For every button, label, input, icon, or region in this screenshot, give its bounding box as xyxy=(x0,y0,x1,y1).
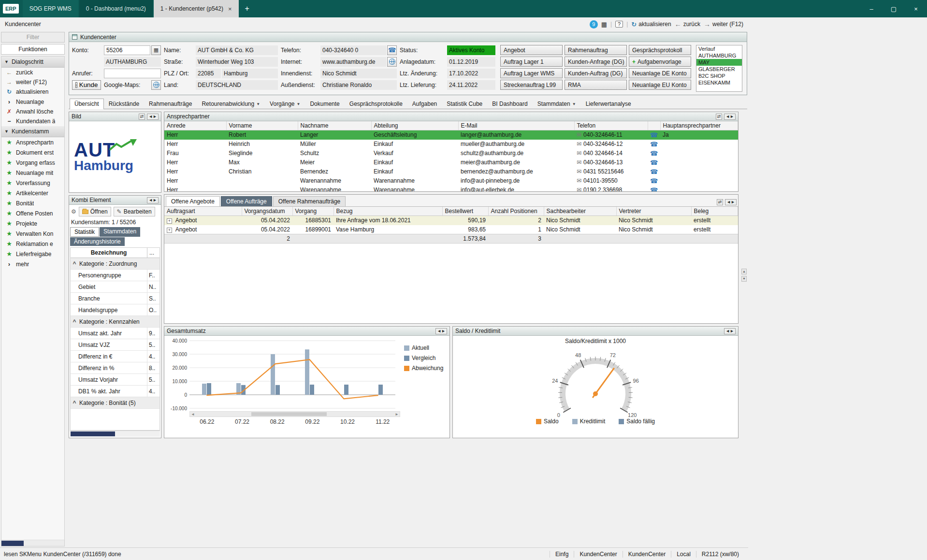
splitter-icon[interactable]: ◄► xyxy=(725,199,737,205)
column-header[interactable]: Bestellwert xyxy=(442,207,488,216)
action-button[interactable]: + Aufgabenvorlage xyxy=(629,57,691,67)
verlauf-item[interactable]: EISENKAMM xyxy=(696,79,742,86)
name-field[interactable]: AUT GmbH & Co. KG xyxy=(196,45,278,55)
action-button[interactable]: Neuanlage DE Konto xyxy=(629,68,691,78)
action-button[interactable]: RMA xyxy=(565,80,627,90)
action-button[interactable]: Neuanlage EU Konto xyxy=(629,80,691,90)
contact-row[interactable]: Herr Christian Bernendez Einkauf bernend… xyxy=(164,167,738,176)
kombi-hscrollbar[interactable] xyxy=(70,431,160,437)
phone-dial-button[interactable]: ☎ xyxy=(387,45,397,55)
kunde-button[interactable]: i Kunde xyxy=(72,80,101,90)
window-tab[interactable]: 0 - Dashboard (menu2) xyxy=(79,0,153,17)
phone-icon[interactable]: ☎ xyxy=(650,159,658,166)
sidebar-item[interactable]: ★ Ansprechpartn xyxy=(1,137,64,147)
scrollbar-track[interactable] xyxy=(196,412,394,416)
action-button[interactable]: Kunden-Auftrag (DG) xyxy=(565,68,627,78)
sidebar-item[interactable]: ✗ Anwahl lösche xyxy=(1,107,64,116)
main-tab[interactable]: Dokumente xyxy=(305,99,344,109)
column-header[interactable]: Sachbearbeiter xyxy=(544,207,616,216)
sidebar-tab-funktionen[interactable]: Funktionen xyxy=(1,44,65,55)
maximize-button[interactable]: ▢ xyxy=(883,0,905,17)
main-tab[interactable]: Stammdaten ▼ xyxy=(533,99,581,109)
offer-row[interactable]: Angebot 05.04.2022 16899001 Vase Hamburg… xyxy=(164,225,738,234)
collapse-icon[interactable]: ^ xyxy=(71,400,78,406)
sidebar-item[interactable]: ★ Neuanlage mit xyxy=(1,168,64,178)
verlauf-item[interactable]: MAY xyxy=(696,59,742,66)
new-window-icon[interactable]: ▦ xyxy=(601,21,607,28)
plz-field[interactable]: 22085 xyxy=(196,69,221,78)
expand-icon[interactable] xyxy=(167,218,172,224)
kombi-tab[interactable]: Änderungshistorie xyxy=(70,237,125,246)
scroll-down-icon[interactable]: ▼ xyxy=(741,276,747,282)
scroll-up-icon[interactable]: ▲ xyxy=(741,269,747,274)
offene-tab[interactable]: Offene Rahmenaufträge xyxy=(273,196,346,206)
kombi-row[interactable]: Handelsgruppe O.. xyxy=(71,304,159,316)
expand-icon[interactable] xyxy=(167,228,172,233)
detach-icon[interactable]: ⇄ xyxy=(139,114,145,120)
main-tab[interactable]: Rahmenaufträge xyxy=(144,99,197,109)
table-lookup-icon[interactable]: ▦ xyxy=(151,45,161,55)
sidebar-item[interactable]: › mehr xyxy=(1,259,64,269)
collapse-icon[interactable]: ^ xyxy=(71,318,78,325)
phone-icon[interactable]: ☎ xyxy=(650,131,658,139)
phone-icon[interactable]: ☎ xyxy=(650,168,658,175)
column-header[interactable]: Nachname xyxy=(298,121,371,130)
column-header[interactable]: Bezeichnung xyxy=(71,248,147,258)
splitter-icon[interactable]: ◄► xyxy=(435,328,447,334)
detach-icon[interactable]: ⇄ xyxy=(717,199,724,205)
new-tab-button[interactable]: + xyxy=(239,0,256,17)
kombi-row[interactable]: Umsatz akt. Jahr 9.. xyxy=(71,328,159,339)
sidebar-item[interactable]: ↻ aktualisieren xyxy=(1,87,64,97)
kombi-tab[interactable]: Stammdaten xyxy=(100,227,140,237)
contact-row[interactable]: Herr Max Meier Einkauf meier@authamburg.… xyxy=(164,158,738,167)
kombi-row[interactable]: ^ Kategorie : Zuordnung xyxy=(71,258,159,270)
kombi-row[interactable]: Differenz in % 8.. xyxy=(71,362,159,374)
column-header[interactable]: Hauptansprechpartner xyxy=(660,121,738,130)
sidebar-item[interactable]: ★ Offene Posten xyxy=(1,208,64,218)
offene-tab[interactable]: Offene Angebote xyxy=(166,196,220,206)
action-button[interactable]: Auftrag Lager 1 xyxy=(500,57,563,67)
kombi-tab[interactable]: Statistik xyxy=(70,227,99,237)
action-button[interactable]: Angebot xyxy=(500,45,563,55)
telefon-field[interactable]: 040-324640 0 xyxy=(320,45,386,55)
column-header[interactable]: Bezug xyxy=(333,207,442,216)
column-header[interactable]: Abteilung xyxy=(371,121,458,130)
column-header[interactable]: Telefon xyxy=(574,121,648,130)
close-window-button[interactable]: × xyxy=(905,0,927,17)
kombi-row[interactable]: Umsatz Vorjahr 5.. xyxy=(71,374,159,386)
sidebar-item[interactable]: ★ Vorgang erfass xyxy=(1,158,64,168)
notification-badge[interactable]: 9 xyxy=(590,20,598,29)
window-tab[interactable]: 1 - Kundencenter (p542) × xyxy=(154,0,239,17)
sidebar-item[interactable]: ★ Dokument erst xyxy=(1,147,64,158)
contact-row[interactable]: Frau Sieglinde Schultz Verkauf schultz@a… xyxy=(164,149,738,158)
strasse-field[interactable]: Winterhuder Weg 103 xyxy=(196,57,278,67)
kombi-row[interactable]: DB1 % akt. Jahr 4.. xyxy=(71,386,159,397)
splitter-icon[interactable]: ◄► xyxy=(724,114,736,120)
sidebar-section-dialogschritt[interactable]: ▼ Dialogschritt xyxy=(1,57,64,68)
refresh-button[interactable]: ↻ aktualisieren xyxy=(631,21,671,28)
scrollbar-thumb[interactable] xyxy=(71,431,115,436)
column-header[interactable]: Beleg xyxy=(691,207,738,216)
kombi-row[interactable]: Gebiet N.. xyxy=(71,281,159,293)
tool-icon[interactable]: ⚙ xyxy=(71,208,76,215)
main-tab[interactable]: BI Dashboard xyxy=(487,99,532,109)
column-header-more[interactable]: ... xyxy=(147,248,159,258)
sidebar-item[interactable]: ★ Bonität xyxy=(1,198,64,208)
offer-row[interactable]: Angebot 05.04.2022 16885301 Ihre Anfrage… xyxy=(164,216,738,225)
kombi-row[interactable]: Branche S.. xyxy=(71,293,159,304)
column-header[interactable]: Anrede xyxy=(164,121,226,130)
kombi-row[interactable]: Personengruppe F.. xyxy=(71,270,159,281)
sidebar-item[interactable]: ★ Reklamation e xyxy=(1,239,64,249)
main-tab[interactable]: Rückstände xyxy=(104,99,144,109)
sidebar-item[interactable]: ★ Verwalten Kon xyxy=(1,229,64,239)
edit-button[interactable]: ✎ Bearbeiten xyxy=(114,207,155,216)
forward-button[interactable]: → weiter (F12) xyxy=(704,20,743,28)
envelope-icon[interactable]: ✉ xyxy=(577,168,581,175)
verlauf-item[interactable]: B2C SHOP xyxy=(696,72,742,79)
action-button[interactable]: Auftrag Lager WMS xyxy=(500,68,563,78)
envelope-icon[interactable]: ✉ xyxy=(577,150,581,157)
phone-icon[interactable]: ☎ xyxy=(650,187,658,192)
envelope-icon[interactable]: ✉ xyxy=(577,159,581,166)
google-maps-button[interactable] xyxy=(151,80,161,90)
column-header[interactable]: Auftragsart xyxy=(164,207,242,216)
